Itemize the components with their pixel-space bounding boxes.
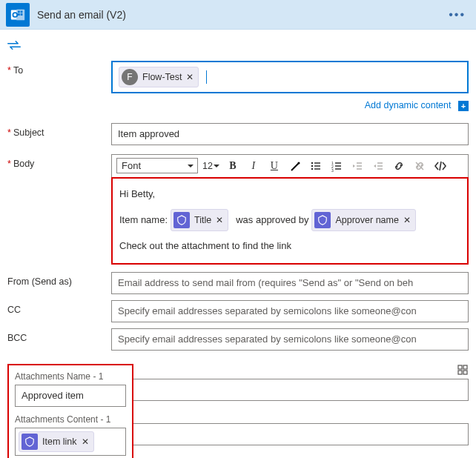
attachments-content-input-ext[interactable] <box>133 423 469 445</box>
bold-button[interactable]: B <box>225 158 241 174</box>
editor-toolbar: Font 12 B I U <box>112 155 468 178</box>
chevron-down-icon <box>213 162 220 170</box>
body-line: Check out the attachment to find the lin… <box>119 237 460 255</box>
svg-point-9 <box>311 165 314 167</box>
link-button[interactable] <box>391 158 407 174</box>
svg-rect-3 <box>21 10 23 13</box>
array-mode-button[interactable] <box>457 364 469 376</box>
token-approver-name[interactable]: Approver name ✕ <box>311 209 415 231</box>
svg-rect-4 <box>18 13 20 16</box>
svg-text:3: 3 <box>331 168 334 172</box>
font-size-select[interactable]: 12 <box>202 161 220 171</box>
bulleted-list-button[interactable] <box>308 158 324 174</box>
cc-input[interactable]: Specify email addresses separated by sem… <box>111 300 469 322</box>
attachments-content-label: Attachments Content - 1 <box>15 414 126 425</box>
token-icon <box>173 212 190 228</box>
bcc-label: BCC <box>7 328 111 343</box>
italic-button[interactable]: I <box>245 158 262 174</box>
svg-point-7 <box>297 162 300 164</box>
svg-rect-17 <box>463 371 467 374</box>
token-title[interactable]: Title ✕ <box>171 209 228 231</box>
indent-button[interactable] <box>370 158 386 174</box>
unlink-button[interactable] <box>411 158 428 174</box>
body-label: *Body <box>7 154 111 169</box>
card-title: Send an email (V2) <box>37 9 126 21</box>
subject-label: *Subject <box>7 123 111 138</box>
svg-rect-5 <box>21 13 23 16</box>
token-remove[interactable]: ✕ <box>403 211 411 229</box>
svg-rect-2 <box>18 10 20 13</box>
body-text: Item name: <box>119 211 168 229</box>
subject-input[interactable]: Item approved <box>111 123 469 145</box>
token-icon <box>314 212 331 228</box>
from-label: From (Send as) <box>7 272 111 287</box>
body-content[interactable]: Hi Betty, Item name: Title ✕ was approve… <box>112 178 468 264</box>
token-item-link[interactable]: Item link ✕ <box>19 431 94 452</box>
swap-icon[interactable] <box>7 40 469 50</box>
connector-icon <box>6 3 30 27</box>
body-text: was approved by <box>236 211 308 229</box>
plus-icon[interactable]: + <box>458 101 469 111</box>
attachments-content-input[interactable]: Item link ✕ <box>15 428 126 456</box>
chip-label: Flow-Test <box>142 72 182 82</box>
svg-point-10 <box>311 167 314 170</box>
attachments-name-input[interactable]: Approved item <box>15 385 126 407</box>
add-dynamic-content-link[interactable]: Add dynamic content <box>365 100 452 110</box>
token-icon <box>22 434 38 450</box>
to-chip[interactable]: F Flow-Test ✕ <box>119 67 199 87</box>
body-editor: Font 12 B I U <box>111 154 469 265</box>
outlook-icon <box>10 7 26 23</box>
color-button[interactable] <box>287 158 303 174</box>
to-input[interactable]: F Flow-Test ✕ <box>111 61 469 93</box>
svg-rect-14 <box>458 365 462 369</box>
bcc-input[interactable]: Specify email addresses separated by sem… <box>111 328 469 351</box>
to-label: *To <box>7 61 111 76</box>
card-header: Send an email (V2) ••• <box>0 0 476 30</box>
font-select[interactable]: Font <box>116 158 198 173</box>
from-input[interactable]: Email address to send mail from (require… <box>111 272 469 294</box>
attachments-box: Attachments Name - 1 Approved item Attac… <box>7 364 133 458</box>
token-remove[interactable]: ✕ <box>216 211 223 229</box>
chevron-down-icon <box>187 162 194 170</box>
text-caret <box>206 70 207 84</box>
body-line: Hi Betty, <box>119 185 460 203</box>
card-menu-button[interactable]: ••• <box>444 8 470 21</box>
outdent-button[interactable] <box>349 158 366 174</box>
chip-remove[interactable]: ✕ <box>186 72 194 82</box>
svg-rect-15 <box>463 365 467 369</box>
svg-rect-16 <box>458 371 462 374</box>
numbered-list-button[interactable]: 123 <box>328 158 345 174</box>
attachments-name-input-ext[interactable] <box>133 379 469 401</box>
token-remove[interactable]: ✕ <box>82 437 89 447</box>
cc-label: CC <box>7 300 111 315</box>
code-view-button[interactable] <box>432 158 449 174</box>
underline-button[interactable]: U <box>266 158 282 174</box>
svg-point-8 <box>311 162 314 164</box>
attachments-name-label: Attachments Name - 1 <box>15 371 126 382</box>
avatar: F <box>122 69 138 85</box>
